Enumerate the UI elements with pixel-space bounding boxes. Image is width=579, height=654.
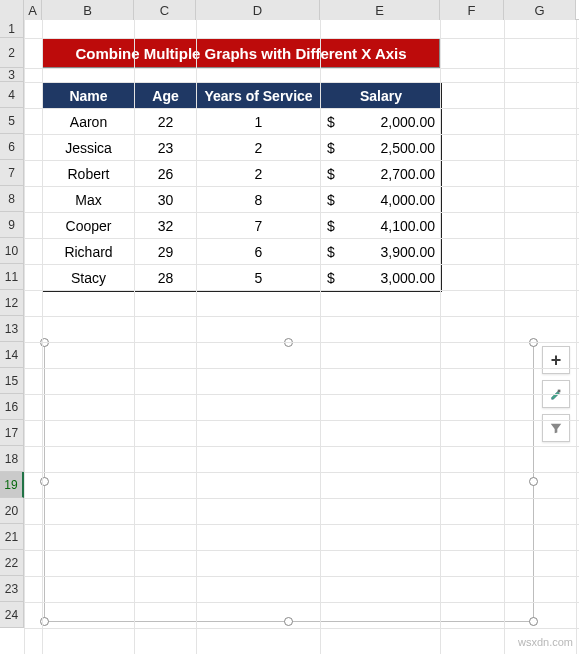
cell-salary[interactable]: $2,500.00 <box>321 135 441 161</box>
row-header-1[interactable]: 1 <box>0 20 24 38</box>
column-header-A[interactable]: A <box>24 0 42 20</box>
row-header-14[interactable]: 14 <box>0 342 24 368</box>
row-header-5[interactable]: 5 <box>0 108 24 134</box>
table-row: Robert262$2,700.00 <box>43 161 441 187</box>
chart-elements-button[interactable] <box>542 346 570 374</box>
cell-age[interactable]: 23 <box>135 135 197 161</box>
row-header-16[interactable]: 16 <box>0 394 24 420</box>
row-header-4[interactable]: 4 <box>0 82 24 108</box>
cell-salary[interactable]: $4,100.00 <box>321 213 441 239</box>
column-header-E[interactable]: E <box>320 0 440 20</box>
resize-handle-bottom-right[interactable] <box>529 617 538 626</box>
column-header-G[interactable]: G <box>504 0 576 20</box>
row-header-7[interactable]: 7 <box>0 160 24 186</box>
row-header-24[interactable]: 24 <box>0 602 24 628</box>
header-name[interactable]: Name <box>43 83 135 109</box>
row-header-13[interactable]: 13 <box>0 316 24 342</box>
cell-salary[interactable]: $2,700.00 <box>321 161 441 187</box>
table-row: Cooper327$4,100.00 <box>43 213 441 239</box>
cell-age[interactable]: 30 <box>135 187 197 213</box>
cell-years-of-service[interactable]: 6 <box>197 239 321 265</box>
cell-name[interactable]: Max <box>43 187 135 213</box>
column-header-B[interactable]: B <box>42 0 134 20</box>
cell-salary[interactable]: $3,900.00 <box>321 239 441 265</box>
column-headers: ABCDEFG <box>0 0 579 20</box>
cell-name[interactable]: Aaron <box>43 109 135 135</box>
row-header-22[interactable]: 22 <box>0 550 24 576</box>
cell-years-of-service[interactable]: 2 <box>197 135 321 161</box>
row-header-23[interactable]: 23 <box>0 576 24 602</box>
chart-placeholder[interactable] <box>44 342 534 622</box>
cell-salary[interactable]: $3,000.00 <box>321 265 441 291</box>
cell-name[interactable]: Robert <box>43 161 135 187</box>
row-header-21[interactable]: 21 <box>0 524 24 550</box>
cell-age[interactable]: 29 <box>135 239 197 265</box>
row-header-20[interactable]: 20 <box>0 498 24 524</box>
data-table: Name Age Years of Service Salary Aaron22… <box>42 82 442 292</box>
row-header-15[interactable]: 15 <box>0 368 24 394</box>
column-header-F[interactable]: F <box>440 0 504 20</box>
row-header-10[interactable]: 10 <box>0 238 24 264</box>
cell-age[interactable]: 22 <box>135 109 197 135</box>
table-row: Stacy285$3,000.00 <box>43 265 441 291</box>
row-header-11[interactable]: 11 <box>0 264 24 290</box>
chart-filters-button[interactable] <box>542 414 570 442</box>
cell-age[interactable]: 32 <box>135 213 197 239</box>
column-header-D[interactable]: D <box>196 0 320 20</box>
resize-handle-bottom-mid[interactable] <box>284 617 293 626</box>
select-all-corner[interactable] <box>0 0 24 20</box>
table-row: Jessica232$2,500.00 <box>43 135 441 161</box>
cell-salary[interactable]: $2,000.00 <box>321 109 441 135</box>
header-age[interactable]: Age <box>135 83 197 109</box>
row-header-6[interactable]: 6 <box>0 134 24 160</box>
cell-name[interactable]: Jessica <box>43 135 135 161</box>
watermark: wsxdn.com <box>518 636 573 648</box>
table-header-row: Name Age Years of Service Salary <box>43 83 441 109</box>
row-header-2[interactable]: 2 <box>0 38 24 68</box>
row-header-12[interactable]: 12 <box>0 290 24 316</box>
cell-years-of-service[interactable]: 2 <box>197 161 321 187</box>
table-row: Max308$4,000.00 <box>43 187 441 213</box>
cells-area[interactable]: Combine Multiple Graphs with Different X… <box>24 20 579 654</box>
table-row: Richard296$3,900.00 <box>43 239 441 265</box>
title-banner-text: Combine Multiple Graphs with Different X… <box>75 45 406 62</box>
cell-years-of-service[interactable]: 8 <box>197 187 321 213</box>
row-header-17[interactable]: 17 <box>0 420 24 446</box>
spreadsheet-grid: ABCDEFG 12345678910111213141516171819202… <box>0 0 579 654</box>
cell-name[interactable]: Cooper <box>43 213 135 239</box>
row-header-18[interactable]: 18 <box>0 446 24 472</box>
row-headers: 123456789101112131415161718192021222324 <box>0 20 24 628</box>
title-banner: Combine Multiple Graphs with Different X… <box>42 38 440 68</box>
row-header-8[interactable]: 8 <box>0 186 24 212</box>
cell-salary[interactable]: $4,000.00 <box>321 187 441 213</box>
row-header-3[interactable]: 3 <box>0 68 24 82</box>
header-salary[interactable]: Salary <box>321 83 441 109</box>
row-header-9[interactable]: 9 <box>0 212 24 238</box>
cell-years-of-service[interactable]: 5 <box>197 265 321 291</box>
header-years-of-service[interactable]: Years of Service <box>197 83 321 109</box>
resize-handle-mid-right[interactable] <box>529 477 538 486</box>
cell-age[interactable]: 28 <box>135 265 197 291</box>
table-row: Aaron221$2,000.00 <box>43 109 441 135</box>
cell-years-of-service[interactable]: 7 <box>197 213 321 239</box>
cell-name[interactable]: Stacy <box>43 265 135 291</box>
cell-name[interactable]: Richard <box>43 239 135 265</box>
row-header-19[interactable]: 19 <box>0 472 24 498</box>
svg-rect-0 <box>558 390 561 393</box>
cell-years-of-service[interactable]: 1 <box>197 109 321 135</box>
filter-icon <box>549 421 563 435</box>
column-header-C[interactable]: C <box>134 0 196 20</box>
cell-age[interactable]: 26 <box>135 161 197 187</box>
